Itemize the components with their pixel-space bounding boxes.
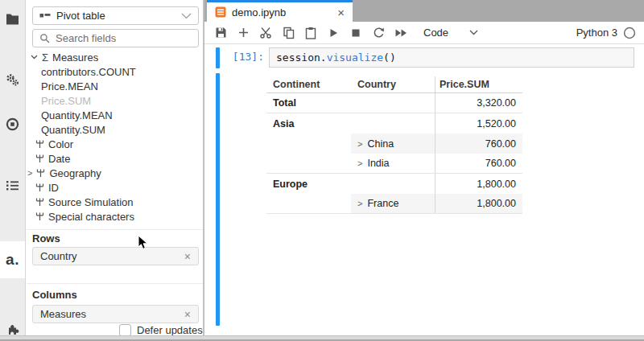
country-cell bbox=[351, 113, 436, 134]
interrupt-kernel-button[interactable] bbox=[345, 23, 367, 43]
continent-cell bbox=[266, 194, 351, 213]
country-cell: >China bbox=[351, 134, 436, 154]
cell-prompt: [13]: bbox=[219, 51, 264, 63]
run-cell-button[interactable] bbox=[322, 23, 345, 43]
gears-icon bbox=[6, 73, 19, 87]
chevron-down-icon bbox=[181, 13, 192, 19]
value-cell: 760.00 bbox=[436, 154, 522, 173]
tree-item-measure[interactable]: Price.MEAN bbox=[26, 79, 203, 93]
notebook-toolbar: Code Python 3 bbox=[204, 22, 644, 44]
measure-label: Price.SUM bbox=[41, 95, 91, 107]
output-collapser[interactable] bbox=[216, 73, 220, 326]
window-bottom-edge bbox=[0, 335, 644, 341]
continent-cell bbox=[266, 134, 351, 154]
columns-section-label: Columns bbox=[32, 289, 77, 301]
chevron-right-icon[interactable]: > bbox=[357, 199, 362, 208]
code-text: session.visualize() bbox=[276, 51, 396, 64]
cut-cells-button[interactable] bbox=[254, 23, 277, 43]
table-row: >China 760.00 bbox=[266, 134, 522, 154]
country-cell bbox=[351, 93, 436, 113]
code-editor[interactable]: session.visualize() bbox=[269, 47, 634, 68]
chip-label: Country bbox=[40, 250, 77, 262]
file-browser-tab[interactable] bbox=[0, 5, 25, 32]
copy-cells-button[interactable] bbox=[277, 23, 299, 43]
measure-label: Quantity.SUM bbox=[41, 124, 105, 136]
hierarchy-label: Date bbox=[48, 153, 70, 165]
sigma-icon: Σ bbox=[42, 51, 48, 64]
tree-item-hierarchy-expandable[interactable]: > Geography bbox=[26, 166, 203, 180]
continent-cell: Asia bbox=[266, 113, 351, 134]
dock-tab-bar: demo.ipynb × bbox=[204, 0, 644, 22]
search-placeholder: Search fields bbox=[56, 32, 116, 44]
restart-kernel-button[interactable] bbox=[367, 23, 390, 43]
hierarchy-label: Color bbox=[48, 138, 73, 150]
search-fields-input[interactable]: Search fields bbox=[32, 29, 199, 47]
tree-item-measure[interactable]: Quantity.SUM bbox=[26, 122, 203, 137]
chevron-right-icon[interactable]: > bbox=[357, 158, 362, 168]
run-all-button[interactable] bbox=[390, 23, 412, 43]
add-cell-button[interactable] bbox=[232, 23, 254, 43]
column-header[interactable]: Price.SUM bbox=[436, 76, 522, 92]
chevron-right-icon[interactable]: > bbox=[357, 139, 362, 149]
continent-cell bbox=[266, 154, 351, 173]
paste-cells-button[interactable] bbox=[299, 23, 322, 43]
atoti-tab[interactable]: a. bbox=[0, 241, 25, 278]
chevron-down-icon bbox=[469, 30, 478, 35]
tree-item-hierarchy[interactable]: ID bbox=[26, 180, 203, 195]
defer-updates-label: Defer updates bbox=[137, 324, 203, 336]
atoti-widget-panel: Pivot table Search fields Σ Measures con… bbox=[26, 0, 204, 341]
columns-chip-measures[interactable]: Measures × bbox=[32, 305, 199, 323]
kernel-switcher[interactable]: Python 3 bbox=[576, 27, 640, 39]
defer-updates-checkbox[interactable] bbox=[119, 324, 131, 336]
notebook-icon bbox=[215, 6, 226, 18]
value-cell: 1,800.00 bbox=[436, 174, 522, 194]
cell-type-value: Code bbox=[423, 27, 448, 39]
hierarchy-label: Source Simulation bbox=[48, 196, 134, 208]
rows-section-label: Rows bbox=[32, 232, 60, 244]
rows-chip-country[interactable]: Country × bbox=[32, 247, 199, 265]
table-row: Europe 1,800.00 bbox=[266, 174, 522, 194]
running-sessions-tab[interactable] bbox=[0, 110, 25, 138]
hierarchy-icon bbox=[35, 197, 44, 207]
measure-label: contributors.COUNT bbox=[41, 66, 136, 78]
tree-item-label: Measures bbox=[52, 51, 98, 64]
table-row: >India 760.00 bbox=[266, 154, 522, 174]
tab-demo-ipynb[interactable]: demo.ipynb × bbox=[207, 0, 353, 22]
property-inspector-tab[interactable] bbox=[0, 66, 25, 93]
tree-item-measure[interactable]: contributors.COUNT bbox=[26, 64, 203, 79]
pivot-header-row: Continent Country Price.SUM bbox=[266, 76, 522, 93]
tree-item-measures[interactable]: Σ Measures bbox=[26, 50, 203, 64]
continent-cell: Europe bbox=[266, 174, 351, 194]
save-button[interactable] bbox=[209, 23, 232, 43]
jupyterlab-window: a. Pivot table bbox=[0, 0, 644, 341]
close-icon[interactable]: × bbox=[337, 6, 345, 18]
close-icon[interactable]: × bbox=[184, 309, 191, 320]
tree-item-hierarchy[interactable]: Special characters bbox=[26, 209, 203, 224]
tree-item-hierarchy[interactable]: Color bbox=[26, 137, 203, 151]
table-of-contents-tab[interactable] bbox=[0, 171, 25, 199]
close-icon[interactable]: × bbox=[184, 251, 191, 262]
tree-item-hierarchy[interactable]: Source Simulation bbox=[26, 195, 203, 209]
value-cell: 1,520.00 bbox=[436, 113, 522, 134]
search-icon bbox=[39, 33, 50, 43]
tree-item-measure[interactable]: Quantity.MEAN bbox=[26, 108, 203, 122]
pivot-table-icon bbox=[39, 11, 51, 20]
tree-item-hierarchy[interactable]: Date bbox=[26, 151, 203, 166]
column-header[interactable]: Continent bbox=[266, 76, 351, 92]
defer-updates-control[interactable]: Defer updates bbox=[119, 324, 203, 336]
mouse-cursor bbox=[138, 235, 149, 250]
widget-type-select[interactable]: Pivot table bbox=[32, 6, 199, 25]
hierarchy-label: Special characters bbox=[48, 211, 134, 223]
cell-type-dropdown[interactable]: Code bbox=[423, 27, 478, 39]
column-header[interactable]: Country bbox=[351, 76, 436, 92]
running-kernels-icon bbox=[6, 117, 19, 131]
section-divider bbox=[27, 283, 203, 284]
hierarchy-label: ID bbox=[48, 182, 59, 194]
hierarchy-icon bbox=[35, 154, 44, 163]
chevron-right-icon[interactable]: > bbox=[27, 168, 32, 178]
kernel-status-icon bbox=[623, 27, 636, 39]
table-row: Asia 1,520.00 bbox=[266, 113, 522, 134]
fields-tree: Σ Measures contributors.COUNT Price.MEAN… bbox=[26, 50, 203, 224]
widget-type-value: Pivot table bbox=[56, 10, 175, 22]
value-cell: 760.00 bbox=[436, 134, 522, 154]
